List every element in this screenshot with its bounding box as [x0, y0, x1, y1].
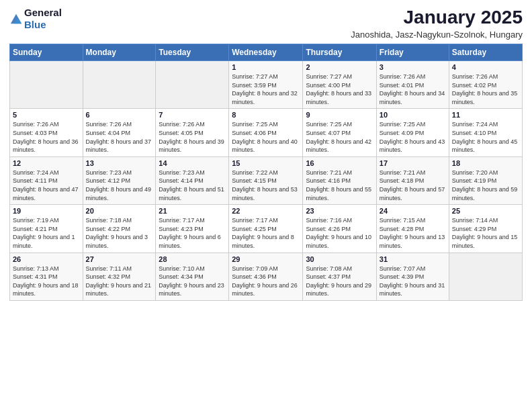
- calendar-week-2: 5Sunrise: 7:26 AM Sunset: 4:03 PM Daylig…: [10, 109, 523, 156]
- table-row: 5Sunrise: 7:26 AM Sunset: 4:03 PM Daylig…: [10, 109, 83, 156]
- calendar-week-3: 12Sunrise: 7:24 AM Sunset: 4:11 PM Dayli…: [10, 156, 523, 204]
- table-row: 31Sunrise: 7:07 AM Sunset: 4:39 PM Dayli…: [376, 253, 449, 300]
- day-info: Sunrise: 7:11 AM Sunset: 4:32 PM Dayligh…: [86, 265, 153, 298]
- logo-general: General: [24, 7, 62, 18]
- table-row: 17Sunrise: 7:21 AM Sunset: 4:18 PM Dayli…: [376, 156, 449, 204]
- day-number: 27: [86, 255, 153, 263]
- page-header: General Blue January 2025 Janoshida, Jas…: [9, 7, 523, 40]
- day-number: 16: [306, 159, 373, 167]
- calendar-title: January 2025: [351, 7, 523, 28]
- table-row: 2Sunrise: 7:27 AM Sunset: 4:00 PM Daylig…: [303, 61, 376, 109]
- day-info: Sunrise: 7:08 AM Sunset: 4:37 PM Dayligh…: [306, 265, 373, 298]
- col-saturday: Saturday: [449, 44, 522, 61]
- day-number: 9: [306, 111, 373, 119]
- table-row: [156, 61, 229, 109]
- table-row: 23Sunrise: 7:16 AM Sunset: 4:26 PM Dayli…: [303, 205, 376, 253]
- day-number: 18: [452, 159, 519, 167]
- calendar-week-4: 19Sunrise: 7:19 AM Sunset: 4:21 PM Dayli…: [10, 205, 523, 253]
- table-row: 21Sunrise: 7:17 AM Sunset: 4:23 PM Dayli…: [156, 205, 229, 253]
- day-info: Sunrise: 7:07 AM Sunset: 4:39 PM Dayligh…: [380, 265, 446, 298]
- table-row: 27Sunrise: 7:11 AM Sunset: 4:32 PM Dayli…: [83, 253, 156, 300]
- day-info: Sunrise: 7:26 AM Sunset: 4:04 PM Dayligh…: [86, 120, 153, 154]
- table-row: 10Sunrise: 7:25 AM Sunset: 4:09 PM Dayli…: [376, 109, 449, 156]
- day-info: Sunrise: 7:19 AM Sunset: 4:21 PM Dayligh…: [13, 216, 80, 250]
- col-wednesday: Wednesday: [229, 44, 303, 61]
- table-row: 28Sunrise: 7:10 AM Sunset: 4:34 PM Dayli…: [156, 253, 229, 300]
- table-row: 13Sunrise: 7:23 AM Sunset: 4:12 PM Dayli…: [83, 156, 156, 204]
- day-info: Sunrise: 7:14 AM Sunset: 4:29 PM Dayligh…: [452, 216, 519, 250]
- table-row: 9Sunrise: 7:25 AM Sunset: 4:07 PM Daylig…: [303, 109, 376, 156]
- day-number: 20: [86, 207, 153, 215]
- day-number: 19: [13, 207, 80, 215]
- day-number: 28: [159, 255, 226, 263]
- table-row: 18Sunrise: 7:20 AM Sunset: 4:19 PM Dayli…: [449, 156, 522, 204]
- table-row: 14Sunrise: 7:23 AM Sunset: 4:14 PM Dayli…: [156, 156, 229, 204]
- table-row: 25Sunrise: 7:14 AM Sunset: 4:29 PM Dayli…: [449, 205, 522, 253]
- day-number: 21: [159, 207, 226, 215]
- table-row: [10, 61, 83, 109]
- day-number: 14: [159, 159, 226, 167]
- day-info: Sunrise: 7:23 AM Sunset: 4:12 PM Dayligh…: [86, 169, 153, 202]
- day-info: Sunrise: 7:25 AM Sunset: 4:07 PM Dayligh…: [306, 120, 373, 154]
- logo-blue: Blue: [24, 19, 46, 30]
- day-info: Sunrise: 7:23 AM Sunset: 4:14 PM Dayligh…: [159, 169, 226, 202]
- table-row: 22Sunrise: 7:17 AM Sunset: 4:25 PM Dayli…: [229, 205, 303, 253]
- table-row: [83, 61, 156, 109]
- table-row: 7Sunrise: 7:26 AM Sunset: 4:05 PM Daylig…: [156, 109, 229, 156]
- day-info: Sunrise: 7:18 AM Sunset: 4:22 PM Dayligh…: [86, 216, 153, 250]
- calendar-week-1: 1Sunrise: 7:27 AM Sunset: 3:59 PM Daylig…: [10, 61, 523, 109]
- day-number: 10: [380, 111, 446, 119]
- day-info: Sunrise: 7:17 AM Sunset: 4:25 PM Dayligh…: [232, 216, 300, 250]
- day-number: 5: [13, 111, 80, 119]
- logo-icon: [9, 13, 23, 25]
- day-info: Sunrise: 7:21 AM Sunset: 4:18 PM Dayligh…: [380, 169, 446, 202]
- day-number: 24: [380, 207, 446, 215]
- day-info: Sunrise: 7:24 AM Sunset: 4:11 PM Dayligh…: [13, 169, 80, 202]
- day-number: 8: [232, 111, 300, 119]
- calendar-week-5: 26Sunrise: 7:13 AM Sunset: 4:31 PM Dayli…: [10, 253, 523, 300]
- day-info: Sunrise: 7:17 AM Sunset: 4:23 PM Dayligh…: [159, 216, 226, 250]
- day-info: Sunrise: 7:22 AM Sunset: 4:15 PM Dayligh…: [232, 169, 300, 202]
- logo: General Blue: [9, 7, 62, 31]
- day-number: 15: [232, 159, 300, 167]
- day-info: Sunrise: 7:26 AM Sunset: 4:03 PM Dayligh…: [13, 120, 80, 154]
- day-info: Sunrise: 7:13 AM Sunset: 4:31 PM Dayligh…: [13, 265, 80, 298]
- table-row: 15Sunrise: 7:22 AM Sunset: 4:15 PM Dayli…: [229, 156, 303, 204]
- day-info: Sunrise: 7:26 AM Sunset: 4:02 PM Dayligh…: [452, 73, 519, 106]
- table-row: 24Sunrise: 7:15 AM Sunset: 4:28 PM Dayli…: [376, 205, 449, 253]
- day-number: 11: [452, 111, 519, 119]
- day-number: 22: [232, 207, 300, 215]
- table-row: 6Sunrise: 7:26 AM Sunset: 4:04 PM Daylig…: [83, 109, 156, 156]
- day-number: 25: [452, 207, 519, 215]
- col-thursday: Thursday: [303, 44, 376, 61]
- calendar-location: Janoshida, Jasz-Nagykun-Szolnok, Hungary: [351, 30, 523, 40]
- day-info: Sunrise: 7:26 AM Sunset: 4:01 PM Dayligh…: [380, 73, 446, 106]
- day-number: 4: [452, 63, 519, 71]
- day-number: 1: [232, 63, 300, 71]
- table-row: 12Sunrise: 7:24 AM Sunset: 4:11 PM Dayli…: [10, 156, 83, 204]
- day-info: Sunrise: 7:10 AM Sunset: 4:34 PM Dayligh…: [159, 265, 226, 298]
- col-friday: Friday: [376, 44, 449, 61]
- table-row: 26Sunrise: 7:13 AM Sunset: 4:31 PM Dayli…: [10, 253, 83, 300]
- col-sunday: Sunday: [10, 44, 83, 61]
- day-number: 13: [86, 159, 153, 167]
- day-info: Sunrise: 7:15 AM Sunset: 4:28 PM Dayligh…: [380, 216, 446, 250]
- day-info: Sunrise: 7:09 AM Sunset: 4:36 PM Dayligh…: [232, 265, 300, 298]
- day-number: 7: [159, 111, 226, 119]
- table-row: 8Sunrise: 7:25 AM Sunset: 4:06 PM Daylig…: [229, 109, 303, 156]
- table-row: 3Sunrise: 7:26 AM Sunset: 4:01 PM Daylig…: [376, 61, 449, 109]
- calendar-header-row: Sunday Monday Tuesday Wednesday Thursday…: [10, 44, 523, 61]
- table-row: 1Sunrise: 7:27 AM Sunset: 3:59 PM Daylig…: [229, 61, 303, 109]
- day-info: Sunrise: 7:27 AM Sunset: 4:00 PM Dayligh…: [306, 73, 373, 106]
- table-row: 20Sunrise: 7:18 AM Sunset: 4:22 PM Dayli…: [83, 205, 156, 253]
- day-number: 3: [380, 63, 446, 71]
- day-number: 29: [232, 255, 300, 263]
- day-info: Sunrise: 7:26 AM Sunset: 4:05 PM Dayligh…: [159, 120, 226, 154]
- day-info: Sunrise: 7:20 AM Sunset: 4:19 PM Dayligh…: [452, 169, 519, 202]
- day-number: 12: [13, 159, 80, 167]
- col-tuesday: Tuesday: [156, 44, 229, 61]
- table-row: 4Sunrise: 7:26 AM Sunset: 4:02 PM Daylig…: [449, 61, 522, 109]
- day-number: 17: [380, 159, 446, 167]
- table-row: 29Sunrise: 7:09 AM Sunset: 4:36 PM Dayli…: [229, 253, 303, 300]
- table-row: 19Sunrise: 7:19 AM Sunset: 4:21 PM Dayli…: [10, 205, 83, 253]
